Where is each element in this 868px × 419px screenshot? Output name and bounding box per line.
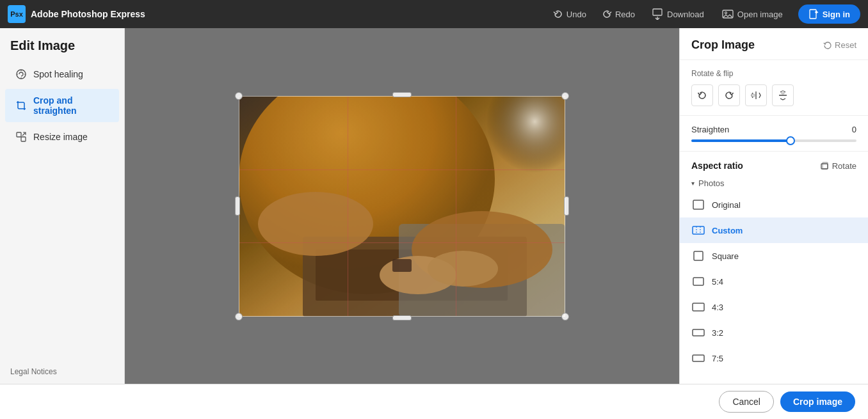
flip-v-icon [778,90,788,100]
aspect-label-5-4: 5:4 [712,277,723,287]
edit-image-title: Edit Image [0,28,124,61]
crop-container[interactable] [239,96,565,317]
svg-point-2 [725,12,727,14]
aspect-option-7-5[interactable]: 7:5 [680,345,868,371]
aspect-option-custom[interactable]: Custom [680,217,868,243]
aspect-icon-4-3 [691,300,705,314]
rotate-ccw-icon [697,90,707,100]
sidebar-item-label-crop: Crop and straighten [33,95,109,116]
aspect-option-square[interactable]: Square [680,243,868,269]
right-panel: Crop Image Reset Rotate & flip [679,28,868,384]
svg-rect-28 [693,278,703,285]
straighten-row: Straighten 0 [691,125,856,134]
aspect-ratio-header: Aspect ratio Rotate [680,152,868,176]
undo-icon [553,9,563,19]
flip-vertical-button[interactable] [772,84,794,106]
resize-icon [15,131,27,143]
aspect-label-4-3: 4:3 [712,303,723,312]
photos-group-label: Photos [698,178,724,188]
rotate-flip-section: Rotate & flip [680,60,868,116]
svg-rect-27 [694,251,703,260]
rotate-flip-label: Rotate & flip [691,69,856,78]
svg-rect-5 [17,132,21,137]
photo-svg [239,96,565,317]
rotate-flip-row [691,84,856,106]
sidebar-item-label-spot-healing: Spot healing [33,69,83,79]
download-icon [652,8,663,20]
topbar: Psx Adobe Photoshop Express Undo Redo Do… [0,0,868,28]
top-actions: Undo Redo Download Open image [547,4,860,24]
svg-rect-6 [21,137,26,141]
signin-button[interactable]: Sign in [798,4,860,24]
aspect-option-5-4[interactable]: 5:4 [680,269,868,294]
photos-group[interactable]: ▾ Photos [680,176,868,192]
sidebar-item-crop-straighten[interactable]: Crop and straighten [5,89,119,122]
crop-image-button[interactable]: Crop image [780,391,855,412]
rotate-aspect-button[interactable]: Rotate [819,161,856,171]
aspect-label-square: Square [712,251,739,261]
aspect-icon-7-5 [691,351,705,365]
aspect-ratio-title: Aspect ratio [691,161,743,171]
sidebar-item-spot-healing[interactable]: Spot healing [5,62,119,86]
redo-button[interactable]: Redo [595,5,641,23]
svg-rect-19 [751,94,755,97]
app-name: Adobe Photoshop Express [31,9,145,19]
slider-thumb[interactable] [786,136,795,145]
left-sidebar: Edit Image Spot healing Crop and straigh… [0,28,125,384]
redo-icon [602,9,612,19]
logo-area: Psx Adobe Photoshop Express [8,5,145,23]
aspect-icon-custom [691,223,705,237]
cancel-button[interactable]: Cancel [719,391,774,413]
aspect-option-4-3[interactable]: 4:3 [680,294,868,320]
straighten-label: Straighten [691,125,729,134]
aspect-label-custom: Custom [712,226,743,235]
aspect-label-3-2: 3:2 [712,328,723,338]
rotate-ccw-button[interactable] [691,84,713,106]
canvas-area [125,28,679,384]
svg-rect-18 [239,96,565,317]
slider-fill [691,139,791,142]
svg-rect-3 [810,10,816,19]
flip-horizontal-button[interactable] [745,84,767,106]
open-image-button[interactable]: Open image [714,4,791,24]
chevron-down-icon: ▾ [691,180,695,187]
svg-rect-24 [693,226,704,234]
spot-healing-icon [15,68,27,80]
straighten-section: Straighten 0 [680,116,868,152]
photo-image [239,96,565,317]
flip-h-icon [751,90,761,100]
aspect-label-original: Original [712,200,741,210]
aspect-icon-original [691,198,705,212]
crop-icon [15,100,27,111]
aspect-icon-3-2 [691,326,705,340]
svg-rect-29 [693,303,704,311]
panel-header: Crop Image Reset [680,28,868,60]
straighten-slider[interactable] [691,139,856,142]
reset-button[interactable]: Reset [823,40,856,50]
svg-rect-0 [653,9,662,15]
svg-rect-30 [693,329,704,336]
undo-button[interactable]: Undo [547,5,593,23]
aspect-icon-5-4 [691,274,705,289]
sidebar-item-label-resize: Resize image [33,132,88,142]
reset-icon [823,41,832,50]
rotate-aspect-icon [819,161,830,171]
svg-rect-23 [693,200,703,209]
open-image-icon [722,8,734,20]
aspect-option-3-2[interactable]: 3:2 [680,320,868,345]
main-content: Edit Image Spot healing Crop and straigh… [0,28,868,384]
app-logo: Psx [8,5,26,23]
signin-icon [808,9,819,19]
download-button[interactable]: Download [644,4,712,24]
bottom-bar: Cancel Crop image [0,384,868,419]
svg-point-4 [17,70,26,79]
rotate-cw-button[interactable] [718,84,740,106]
aspect-label-7-5: 7:5 [712,354,723,363]
svg-rect-31 [693,355,704,361]
aspect-option-original[interactable]: Original [680,192,868,217]
legal-notices[interactable]: Legal Notices [0,360,124,384]
rotate-cw-icon [724,90,734,100]
svg-rect-20 [782,91,784,94]
panel-title: Crop Image [691,38,755,52]
sidebar-item-resize-image[interactable]: Resize image [5,125,119,149]
